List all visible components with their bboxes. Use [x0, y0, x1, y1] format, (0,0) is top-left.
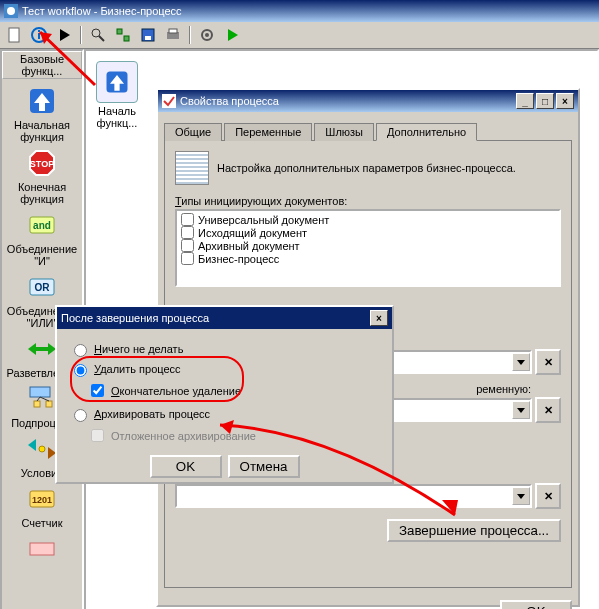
split-icon — [26, 333, 58, 365]
palette-label: Объединение "И" — [4, 243, 80, 267]
or-icon: OR — [26, 271, 58, 303]
svg-line-33 — [40, 397, 49, 401]
check-deferred: Отложенное архивирование — [87, 426, 380, 445]
cancel-button[interactable]: Отмена — [228, 455, 300, 478]
svg-line-8 — [99, 36, 104, 41]
more-icon — [26, 533, 58, 565]
tb-play-icon[interactable] — [53, 24, 75, 46]
tab-gateways[interactable]: Шлюзы — [314, 123, 374, 141]
list-item[interactable]: Бизнес-процесс — [179, 252, 557, 265]
and-icon: and — [26, 209, 58, 241]
svg-marker-45 — [517, 494, 525, 499]
properties-title: Свойства процесса — [180, 95, 279, 107]
close-button[interactable]: × — [370, 310, 388, 326]
minimize-button[interactable]: _ — [516, 93, 534, 109]
list-item[interactable]: Универсальный документ — [179, 213, 557, 226]
properties-titlebar[interactable]: Свойства процесса _ □ × — [158, 90, 578, 112]
clear-button[interactable]: ✕ — [535, 349, 561, 375]
checkbox[interactable] — [181, 213, 194, 226]
svg-rect-14 — [169, 29, 177, 33]
checkbox — [91, 429, 104, 442]
main-titlebar: Тест workflow - Бизнес-процесс — [0, 0, 599, 22]
palette-label: Конечная функция — [4, 181, 80, 205]
radio-nothing[interactable]: Ничего не делать — [69, 341, 380, 357]
radio[interactable] — [74, 364, 87, 377]
palette-item-end[interactable]: STOP Конечная функция — [4, 147, 80, 205]
tb-save-icon[interactable] — [137, 24, 159, 46]
start-node[interactable]: Начальфункц... — [96, 61, 138, 129]
main-toolbar — [0, 22, 599, 49]
radio-delete[interactable]: Удалить процесс — [69, 361, 380, 377]
svg-point-7 — [92, 29, 100, 37]
subprocess-icon — [26, 383, 58, 415]
svg-rect-4 — [38, 33, 40, 39]
svg-point-16 — [205, 33, 209, 37]
stop-icon: STOP — [26, 147, 58, 179]
svg-rect-28 — [36, 347, 48, 351]
checkbox[interactable] — [181, 226, 194, 239]
tb-info-icon[interactable] — [28, 24, 50, 46]
palette-label: Счетчик — [4, 517, 80, 529]
maximize-button[interactable]: □ — [536, 93, 554, 109]
list-item[interactable]: Исходящий документ — [179, 226, 557, 239]
palette-tab[interactable]: Базовые функц... — [2, 51, 82, 79]
tb-run-icon[interactable] — [221, 24, 243, 46]
svg-marker-26 — [28, 343, 36, 355]
svg-rect-31 — [46, 401, 52, 407]
svg-text:STOP: STOP — [30, 159, 54, 169]
info-text: Настройка дополнительных параметров бизн… — [217, 162, 516, 174]
ok-button[interactable]: OK — [500, 600, 572, 609]
after-title: После завершения процесса — [61, 312, 209, 324]
doc-types-list[interactable]: Универсальный документ Исходящий докумен… — [175, 209, 561, 287]
svg-rect-9 — [117, 29, 122, 34]
types-label: Типы инициирующих документов: — [175, 195, 561, 207]
tb-zoom-icon[interactable] — [87, 24, 109, 46]
tab-general[interactable]: Общие — [164, 123, 222, 141]
completion-button[interactable]: Завершение процесса... — [387, 519, 561, 542]
main-title: Тест workflow - Бизнес-процесс — [22, 5, 182, 17]
app-icon — [4, 4, 18, 18]
checkbox[interactable] — [91, 384, 104, 397]
chevron-down-icon[interactable] — [512, 401, 530, 419]
svg-rect-2 — [9, 28, 19, 42]
tb-sep-1 — [80, 26, 82, 44]
tb-sep-2 — [189, 26, 191, 44]
tb-print-icon[interactable] — [162, 24, 184, 46]
svg-point-1 — [7, 7, 15, 15]
svg-marker-44 — [517, 408, 525, 413]
tab-advanced[interactable]: Дополнительно — [376, 123, 477, 141]
tb-pick-icon[interactable] — [112, 24, 134, 46]
list-item[interactable]: Архивный документ — [179, 239, 557, 252]
svg-rect-30 — [34, 401, 40, 407]
checkbox[interactable] — [181, 252, 194, 265]
arrow-up-icon — [96, 61, 138, 103]
ok-button[interactable]: OK — [150, 455, 222, 478]
radio[interactable] — [74, 409, 87, 422]
tabs: Общие Переменные Шлюзы Дополнительно — [164, 122, 572, 141]
radio[interactable] — [74, 344, 87, 357]
svg-text:1201: 1201 — [32, 495, 52, 505]
tb-doc[interactable] — [3, 24, 25, 46]
palette-item-start[interactable]: Начальная функция — [4, 85, 80, 143]
radio-archive[interactable]: Архивировать процесс — [69, 406, 380, 422]
after-titlebar[interactable]: После завершения процесса × — [57, 307, 392, 329]
svg-rect-29 — [30, 387, 50, 397]
after-completion-dialog: После завершения процесса × Ничего не де… — [55, 305, 394, 484]
palette-item-counter[interactable]: 1201 Счетчик — [4, 483, 80, 529]
clear-button[interactable]: ✕ — [535, 397, 561, 423]
tb-gear-icon[interactable] — [196, 24, 218, 46]
check-final-delete[interactable]: Окончательное удаление — [87, 381, 380, 400]
svg-text:and: and — [33, 220, 51, 231]
palette-item-and[interactable]: and Объединение "И" — [4, 209, 80, 267]
svg-text:OR: OR — [35, 282, 51, 293]
chevron-down-icon[interactable] — [512, 487, 530, 505]
combo-3[interactable] — [175, 484, 532, 508]
chevron-down-icon[interactable] — [512, 353, 530, 371]
checkbox[interactable] — [181, 239, 194, 252]
clear-button[interactable]: ✕ — [535, 483, 561, 509]
palette-item-more[interactable] — [4, 533, 80, 567]
check-icon — [162, 94, 176, 108]
svg-rect-10 — [124, 36, 129, 41]
tab-vars[interactable]: Переменные — [224, 123, 312, 141]
close-button[interactable]: × — [556, 93, 574, 109]
